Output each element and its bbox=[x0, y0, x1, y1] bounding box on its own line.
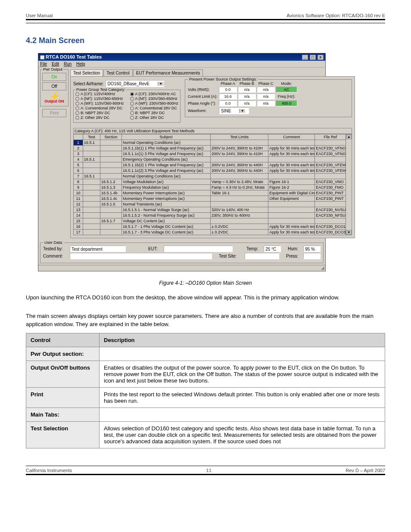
col-0[interactable] bbox=[74, 134, 83, 140]
col-5[interactable]: Comment bbox=[268, 134, 315, 140]
radio-a-cf-230v-400hz-ac[interactable]: A (CF): 230V/400Hz AC bbox=[130, 92, 179, 96]
table-row[interactable]: 316.5.1.1c(1) 3 Phs Voltage and Frequenc… bbox=[74, 151, 346, 157]
table-row[interactable]: 1316.5.1.5.1 - Normal Voltage Surge (ac)… bbox=[74, 207, 346, 213]
tab-eut-perf[interactable]: EUT Performance Measurements bbox=[133, 69, 203, 76]
cell bbox=[83, 230, 100, 235]
menu-help[interactable]: Help bbox=[76, 62, 85, 66]
print-button[interactable]: Print bbox=[42, 109, 66, 117]
cell: EACF230_DCO3 bbox=[315, 230, 346, 235]
cell: EACF230_NFSU bbox=[315, 213, 346, 218]
off-button[interactable]: Off bbox=[42, 82, 66, 90]
temp-input[interactable]: 25 °C bbox=[264, 246, 281, 252]
menu-file[interactable]: File bbox=[40, 62, 47, 66]
press-input[interactable] bbox=[303, 253, 321, 259]
radio-dot-icon bbox=[130, 111, 134, 115]
minimize-button[interactable]: _ bbox=[302, 55, 308, 60]
titlebar[interactable]: ▦ RTCA DO160 Test Tables _ □ × bbox=[38, 53, 325, 61]
cell bbox=[100, 224, 122, 230]
cell bbox=[83, 179, 100, 185]
cell: ± 0.2VDC bbox=[211, 224, 268, 230]
radio-z-other-28v-dc[interactable]: Z: Other 28V DC bbox=[75, 115, 124, 120]
radio-label: Z: Other 28V DC bbox=[81, 115, 109, 120]
airframe-select[interactable]: DO160_DBase_RevE ▼ bbox=[106, 80, 164, 87]
menu-edit[interactable]: Edit bbox=[52, 62, 59, 66]
table-row[interactable]: 516.5.1.1b(2) 1 Phs Voltage and Frequenc… bbox=[74, 162, 346, 168]
tab-test-selection[interactable]: Test Selection bbox=[70, 69, 103, 76]
comment-label: Comment: bbox=[43, 254, 67, 258]
radio-a-nf-115v-360-650hz[interactable]: A (NF): 115V/360-650Hz bbox=[75, 96, 124, 101]
radio-label: A: Conventional 28V DC bbox=[81, 106, 123, 110]
table-row[interactable]: 1216.5.1.5Normal Transients (ac) bbox=[74, 202, 346, 207]
eut-input[interactable] bbox=[164, 246, 233, 252]
table-row[interactable]: 1516.5.1.7Voltage DC Content (ac) bbox=[74, 218, 346, 224]
radio-a-cf-115v-400hz[interactable]: A (CF): 115V/400Hz bbox=[75, 92, 124, 96]
cell bbox=[100, 146, 122, 151]
maximize-button[interactable]: □ bbox=[310, 55, 316, 60]
desc-val: Prints the test report to the selected W… bbox=[100, 387, 385, 408]
table-row[interactable]: 416.5.1Emergency Operating Conditions (a… bbox=[74, 157, 346, 162]
table-row[interactable]: 116.5.1Normal Operating Conditions (ac) bbox=[74, 140, 346, 146]
radio-z-other-28v-dc[interactable]: Z: Other 28V DC bbox=[130, 115, 179, 120]
table-row[interactable]: 616.5.1.1c(2) 3 Phs Voltage and Frequenc… bbox=[74, 168, 346, 174]
radio-dot-icon bbox=[75, 97, 79, 101]
cell bbox=[100, 213, 122, 218]
table-row[interactable]: 716.5.1Normal Operating Conditions (ac) bbox=[74, 174, 346, 179]
cell bbox=[83, 213, 100, 218]
hum-input[interactable]: 95 % bbox=[303, 246, 321, 252]
col-4[interactable]: Test Limits bbox=[211, 134, 268, 140]
table-row[interactable]: 916.5.1.3Frequency Modulation (ac)Famp =… bbox=[74, 185, 346, 190]
radio-b-nbpt-28v-dc[interactable]: B: NBPT 28V DC bbox=[75, 111, 124, 115]
cell: 16.5.1.4b bbox=[100, 190, 122, 196]
radio-b-nbpt-28v-dc[interactable]: B: NBPT 28V DC bbox=[130, 111, 179, 115]
table-scrollbar[interactable]: ▲ ▼ bbox=[346, 134, 352, 235]
cell bbox=[83, 168, 100, 174]
menu-run[interactable]: Run bbox=[64, 62, 72, 66]
table-row[interactable]: 816.5.1.2Voltage Modulation (ac)Vamp = 0… bbox=[74, 179, 346, 185]
comment-input[interactable] bbox=[70, 253, 212, 259]
mode-value: AC bbox=[276, 87, 297, 93]
cell: 5 bbox=[74, 162, 83, 168]
radio-a-nf-230v-360-650hz[interactable]: A (NF): 230V/360-650Hz bbox=[130, 96, 179, 101]
col-1[interactable]: Test bbox=[83, 134, 100, 140]
cell: 6 bbox=[74, 168, 83, 174]
radio-a-wf-230v-360-800hz[interactable]: A (WF): 230V/360-800Hz bbox=[130, 101, 179, 106]
table-row[interactable]: 1116.5.1.4cMomentary Power Interruptions… bbox=[74, 196, 346, 202]
present-legend: Present Power Source Output Settings: bbox=[188, 77, 258, 81]
tested-by-input[interactable]: Test department bbox=[70, 246, 126, 252]
header-left: User Manual bbox=[26, 13, 53, 18]
close-button[interactable]: × bbox=[318, 55, 324, 60]
desc-key: Test Selection bbox=[26, 421, 100, 448]
table-row[interactable]: 1716.5.1.7 - 3 Phs Voltage DC Content (a… bbox=[74, 230, 346, 235]
table-row[interactable]: 216.5.1.1b(1) 1 Phs Voltage and Frequenc… bbox=[74, 146, 346, 151]
scroll-down-icon[interactable]: ▼ bbox=[346, 230, 352, 235]
tests-table[interactable]: TestSectionSubjectTest LimitsCommentFile… bbox=[73, 134, 346, 235]
radio-label: A (WF): 115V/360-800Hz bbox=[81, 101, 124, 106]
table-row[interactable]: 1616.5.1.7 - 1 Phs Voltage DC Content (a… bbox=[74, 224, 346, 230]
col-2[interactable]: Section bbox=[100, 134, 122, 140]
footer-left: California Instruments bbox=[26, 468, 72, 473]
section-title: 4.2 Main Screen bbox=[26, 36, 385, 45]
radio-a-conventional-28v-dc[interactable]: A: Conventional 28V DC bbox=[130, 106, 179, 110]
radio-a-conventional-28v-dc[interactable]: A: Conventional 28V DC bbox=[75, 106, 124, 110]
phaseangle-b: n/a bbox=[238, 100, 256, 106]
header-rule-2 bbox=[26, 23, 385, 23]
radio-a-wf-115v-360-800hz[interactable]: A (WF): 115V/360-800Hz bbox=[75, 101, 124, 106]
tab-test-control[interactable]: Test Control bbox=[103, 69, 132, 76]
cell: Frequency Modulation (ac) bbox=[122, 185, 211, 190]
phaseangle-c: n/a bbox=[257, 100, 275, 106]
cell: Voltage DC Content (ac) bbox=[122, 218, 211, 224]
cell: Apply for 30 mins each test. bbox=[268, 230, 315, 235]
col-3[interactable]: Subject bbox=[122, 134, 211, 140]
phaseangle-a: 0.0 bbox=[219, 100, 237, 106]
table-row[interactable]: 1416.5.1.5.2 - Normal Frequency Surge (a… bbox=[74, 213, 346, 218]
cell bbox=[100, 230, 122, 235]
col-6[interactable]: File Ref bbox=[315, 134, 346, 140]
cell bbox=[211, 202, 268, 207]
waveform-select[interactable]: SINE ▼ bbox=[219, 107, 249, 114]
table-row[interactable]: 1016.5.1.4bMomentary Power Interruptions… bbox=[74, 190, 346, 196]
scroll-up-icon[interactable]: ▲ bbox=[346, 134, 352, 139]
cell: 16.5.1 bbox=[83, 140, 100, 146]
on-button[interactable]: On bbox=[42, 73, 66, 81]
cell: 14 bbox=[74, 213, 83, 218]
testsite-input[interactable] bbox=[245, 253, 279, 259]
